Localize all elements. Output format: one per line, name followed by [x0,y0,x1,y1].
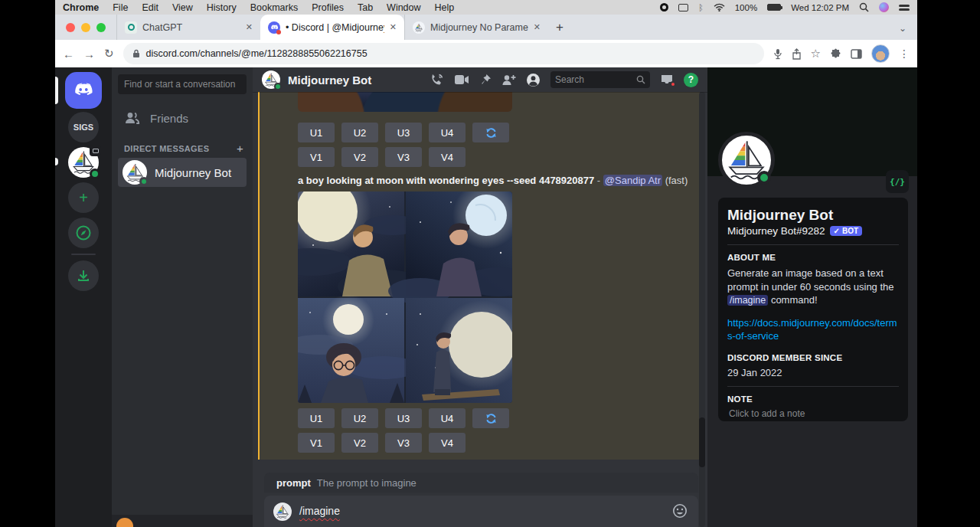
midjourney-dm-rail-avatar[interactable] [68,147,99,178]
midjourney-avatar[interactable] [262,70,280,89]
close-tab-icon[interactable]: ✕ [390,22,397,32]
address-bar[interactable]: discord.com/channels/@me/112828885506221… [123,43,764,64]
message-composer[interactable]: /imagine prompt a boy looking at moon wi… [264,496,698,527]
divider [727,244,899,245]
screen-record-icon[interactable] [660,3,668,11]
add-server-button[interactable]: + [68,182,99,213]
emoji-picker-icon[interactable] [672,503,688,519]
dm-item-midjourney-bot[interactable]: Midjourney Bot [118,158,247,187]
tab-midjourney[interactable]: Midjourney No Parameter ✕ [404,15,548,40]
variation-button-v4[interactable]: V4 [429,433,466,453]
bot-badge: ✓ BOT [830,226,863,236]
video-call-icon[interactable] [454,74,469,85]
menu-history[interactable]: History [207,2,237,13]
menu-edit[interactable]: Edit [142,2,158,13]
help-icon[interactable]: ? [684,73,698,87]
upscale-button-u3[interactable]: U3 [385,408,422,428]
menu-bookmarks[interactable]: Bookmarks [250,2,299,13]
display-icon[interactable] [678,4,688,11]
reload-button[interactable]: ↻ [104,47,114,61]
add-friend-icon[interactable] [501,74,516,86]
spotlight-icon[interactable] [859,2,869,12]
variation-button-v3[interactable]: V3 [385,433,422,453]
notification-dot [670,81,676,87]
variation-button-v2[interactable]: V2 [341,147,378,167]
scrollbar-thumb[interactable] [699,417,705,467]
wifi-icon[interactable] [714,3,725,11]
online-status-dot [139,177,149,186]
user-mention[interactable]: @Sandip Atr [603,175,662,186]
midjourney-profile-avatar[interactable] [718,132,775,188]
chrome-profile-avatar[interactable] [871,44,890,63]
upscale-button-u4[interactable]: U4 [429,123,466,142]
midjourney-avatar [122,160,147,185]
voice-call-icon[interactable] [430,73,444,87]
mic-icon[interactable] [773,48,782,60]
explore-servers-button[interactable] [68,218,99,248]
close-tab-icon[interactable]: ✕ [246,22,253,32]
bookmark-star-icon[interactable]: ☆ [811,47,821,61]
extensions-icon[interactable] [830,48,841,60]
menu-help[interactable]: Help [435,2,455,13]
variation-button-v2[interactable]: V2 [341,433,378,453]
bluetooth-icon[interactable]: ᛒ [698,3,704,12]
current-user-avatar[interactable] [116,518,133,527]
menu-file[interactable]: File [113,2,128,13]
create-dm-icon[interactable]: + [237,142,243,155]
chrome-menu-icon[interactable]: ⋮ [899,47,910,60]
menu-profiles[interactable]: Profiles [312,2,344,13]
pin-icon[interactable] [479,74,492,86]
forward-button[interactable]: → [83,47,95,61]
upscale-button-u1[interactable]: U1 [298,408,335,428]
zoom-window-button[interactable] [96,23,106,32]
conversation-search-button[interactable]: Find or start a conversation [118,74,247,94]
back-button[interactable]: ← [63,47,74,61]
server-sigs[interactable]: SIGS [68,112,99,142]
menu-tab[interactable]: Tab [358,2,373,13]
tab-overflow-icon[interactable]: ⌄ [899,23,917,40]
tab-discord[interactable]: • Discord | @Midjourney Bot ✕ [260,15,404,40]
siri-icon[interactable] [879,2,889,12]
side-panel-icon[interactable] [851,49,862,59]
upscale-button-u2[interactable]: U2 [341,408,378,428]
menu-view[interactable]: View [172,2,193,13]
download-apps-button[interactable] [68,260,99,291]
reroll-button[interactable] [472,123,509,142]
new-tab-button[interactable]: + [548,20,571,40]
close-window-button[interactable] [66,23,75,32]
variation-button-v3[interactable]: V3 [385,147,422,167]
user-panel [112,515,253,527]
variation-button-v4[interactable]: V4 [429,147,466,167]
variation-button-v1[interactable]: V1 [298,433,335,453]
upscale-button-u3[interactable]: U3 [385,123,422,142]
lock-icon [132,49,140,58]
reroll-button[interactable] [472,408,509,428]
midjourney-unread-indicator [55,158,58,165]
close-tab-icon[interactable]: ✕ [534,22,541,32]
control-center-icon[interactable] [899,5,910,11]
online-status-dot [90,169,100,179]
imagine-command-chip[interactable]: /imagine [727,295,768,306]
share-icon[interactable] [792,48,802,60]
chat-search-input[interactable]: Search [550,71,650,88]
variation-button-v1[interactable]: V1 [298,147,335,167]
dm-sidebar: Find or start a conversation Friends DIR… [112,67,253,527]
upscale-button-u2[interactable]: U2 [341,123,378,142]
menu-app-name[interactable]: Chrome [63,2,99,13]
upscale-button-u1[interactable]: U1 [298,123,335,142]
menubar-clock[interactable]: Wed 12:02 PM [791,3,849,12]
discord-home-button[interactable] [65,72,102,109]
inbox-icon[interactable] [660,74,674,86]
menu-window[interactable]: Window [387,2,420,13]
user-profile-icon[interactable] [526,73,541,87]
chat-scrollbar[interactable] [699,92,705,527]
minimize-window-button[interactable] [81,23,90,32]
midjourney-image-grid[interactable] [298,191,512,403]
note-input[interactable]: Click to add a note [727,408,899,419]
previous-grid-image-partial[interactable] [298,92,512,112]
slash-command-text[interactable]: /imagine [299,505,340,517]
tab-chatgpt[interactable]: ChatGPT ✕ [116,15,260,40]
sidebar-item-friends[interactable]: Friends [118,105,247,131]
terms-of-service-link[interactable]: https://docs.midjourney.com/docs/terms-o… [727,317,899,343]
upscale-button-u4[interactable]: U4 [429,408,466,428]
